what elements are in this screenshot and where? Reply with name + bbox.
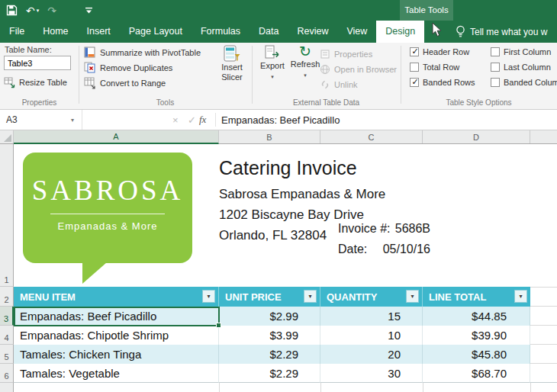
tab-data[interactable]: Data bbox=[250, 21, 288, 43]
cell-e6[interactable] bbox=[530, 364, 557, 383]
logo-name: SABROSA bbox=[23, 174, 192, 207]
insert-slicer-icon bbox=[223, 44, 241, 63]
summarize-with-pivottable-button[interactable]: Summarize with PivotTable bbox=[84, 46, 201, 59]
ribbon: Table Name: Resize Table Properties Summ… bbox=[0, 43, 557, 110]
name-box-chevron-down-icon[interactable]: ▾ bbox=[71, 117, 74, 124]
table-header-unit-price[interactable]: UNIT PRICE ▾ bbox=[219, 287, 320, 307]
cell-a5[interactable]: Tamales: Chicken Tinga bbox=[14, 345, 219, 364]
group-label-properties: Properties bbox=[0, 98, 79, 107]
header-row-checkbox[interactable] bbox=[410, 47, 419, 56]
redo-button[interactable]: ↷ bbox=[47, 5, 56, 16]
column-header-row: A B C D bbox=[0, 130, 557, 144]
formula-input[interactable]: Empanadas: Beef Picadillo bbox=[221, 110, 340, 130]
cell-a6[interactable]: Tamales: Vegetable bbox=[14, 364, 219, 383]
cell-b3[interactable]: $2.99 bbox=[219, 307, 320, 326]
total-row-checkbox[interactable] bbox=[410, 63, 419, 72]
column-header-a[interactable]: A bbox=[14, 130, 219, 144]
cell-c6[interactable]: 30 bbox=[320, 364, 423, 383]
cell-b5[interactable]: $2.29 bbox=[219, 345, 320, 364]
row-header-6[interactable]: 6 bbox=[0, 364, 14, 383]
convert-to-range-icon bbox=[84, 77, 96, 89]
column-header-e[interactable] bbox=[530, 130, 557, 143]
qat-customize-icon bbox=[85, 7, 93, 14]
convert-to-range-button[interactable]: Convert to Range bbox=[84, 76, 166, 90]
tab-design[interactable]: Design bbox=[376, 21, 424, 43]
undo-button[interactable]: ↶ ▾ bbox=[26, 5, 39, 16]
tell-me-box[interactable]: Tell me what you w bbox=[456, 21, 547, 43]
tab-formulas[interactable]: Formulas bbox=[192, 21, 250, 43]
filter-dropdown-icon[interactable]: ▾ bbox=[202, 290, 215, 303]
row-header-4[interactable]: 4 bbox=[0, 326, 14, 345]
checkbox-first-column[interactable]: First Column bbox=[491, 47, 551, 56]
checkbox-banded-rows[interactable]: Banded Rows bbox=[410, 78, 475, 87]
export-icon bbox=[264, 44, 281, 61]
filter-dropdown-icon[interactable]: ▾ bbox=[406, 290, 419, 303]
cell-d4[interactable]: $39.90 bbox=[423, 326, 530, 345]
banded-columns-checkbox[interactable] bbox=[491, 78, 500, 87]
row-header-7[interactable] bbox=[0, 383, 14, 392]
name-box[interactable]: A3 bbox=[0, 110, 82, 130]
select-all-corner[interactable] bbox=[0, 130, 14, 143]
cell-b4[interactable]: $3.99 bbox=[219, 326, 320, 345]
resize-table-button[interactable]: Resize Table bbox=[4, 76, 67, 89]
formula-bar-separator bbox=[215, 113, 216, 127]
chevron-down-icon[interactable]: ▾ bbox=[271, 72, 274, 82]
refresh-button[interactable]: ↻ Refresh ▾ bbox=[288, 44, 323, 80]
row-header-2[interactable]: 2 bbox=[0, 287, 14, 307]
checkbox-last-column[interactable]: Last Column bbox=[491, 63, 551, 72]
tab-home[interactable]: Home bbox=[34, 21, 77, 43]
table-name-input[interactable] bbox=[4, 56, 71, 70]
group-label-tools: Tools bbox=[79, 98, 252, 107]
cell-d6[interactable]: $68.70 bbox=[423, 364, 530, 383]
chevron-down-icon[interactable]: ▾ bbox=[37, 8, 40, 14]
table-row: Empanadas: Chipotle Shrimp $3.99 10 $39.… bbox=[14, 326, 557, 345]
checkbox-header-row[interactable]: Header Row bbox=[410, 47, 469, 56]
cell-a4[interactable]: Empanadas: Chipotle Shrimp bbox=[14, 326, 219, 345]
tab-insert[interactable]: Insert bbox=[78, 21, 120, 43]
table-row: Tamales: Vegetable $2.29 30 $68.70 bbox=[14, 364, 557, 383]
gridline bbox=[530, 383, 531, 392]
tab-page-layout[interactable]: Page Layout bbox=[120, 21, 192, 43]
column-header-b[interactable]: B bbox=[219, 130, 320, 143]
save-button[interactable] bbox=[6, 5, 18, 16]
cell-e5[interactable] bbox=[530, 345, 557, 364]
chevron-down-icon[interactable]: ▾ bbox=[304, 70, 307, 80]
group-label-table-style-options: Table Style Options bbox=[401, 98, 557, 107]
row-header-3[interactable]: 3 bbox=[0, 307, 14, 326]
cell-c4[interactable]: 10 bbox=[320, 326, 423, 345]
checkbox-total-row[interactable]: Total Row bbox=[410, 63, 459, 72]
insert-function-button[interactable]: fx bbox=[199, 110, 206, 130]
cell-e4[interactable] bbox=[530, 326, 557, 345]
row-header-1[interactable]: 1 bbox=[0, 144, 14, 287]
remove-duplicates-button[interactable]: Remove Duplicates bbox=[84, 61, 172, 75]
group-label-external-table-data: External Table Data bbox=[252, 98, 401, 107]
cell-a3[interactable]: Empanadas: Beef Picadillo bbox=[14, 307, 219, 326]
column-header-c[interactable]: C bbox=[320, 130, 423, 143]
cell-c3[interactable]: 15 bbox=[320, 307, 423, 326]
fill-handle[interactable] bbox=[216, 323, 221, 328]
last-column-checkbox[interactable] bbox=[491, 63, 500, 72]
table-header-quantity[interactable]: QUANTITY ▾ bbox=[320, 287, 423, 307]
cell-d3[interactable]: $44.85 bbox=[423, 307, 530, 326]
cell-e2[interactable] bbox=[530, 287, 557, 307]
cell-d5[interactable]: $45.80 bbox=[423, 345, 530, 364]
qat-customize-button[interactable] bbox=[85, 7, 93, 14]
checkbox-banded-columns[interactable]: Banded Colum bbox=[491, 78, 557, 87]
filter-dropdown-icon[interactable]: ▾ bbox=[304, 290, 317, 303]
cell-b6[interactable]: $2.29 bbox=[219, 364, 320, 383]
column-header-d[interactable]: D bbox=[423, 130, 530, 143]
lightbulb-icon bbox=[456, 25, 465, 38]
table-header-menu-item[interactable]: MENU ITEM ▾ bbox=[14, 287, 219, 307]
tab-view[interactable]: View bbox=[337, 21, 376, 43]
tab-review[interactable]: Review bbox=[288, 21, 337, 43]
insert-slicer-button[interactable]: Insert Slicer bbox=[214, 44, 250, 82]
table-header-line-total[interactable]: LINE TOTAL ▾ bbox=[423, 287, 530, 307]
filter-dropdown-icon[interactable]: ▾ bbox=[514, 290, 527, 303]
first-column-checkbox[interactable] bbox=[491, 47, 500, 56]
export-button[interactable]: Export ▾ bbox=[255, 44, 290, 82]
tab-file[interactable]: File bbox=[0, 21, 34, 43]
row-header-5[interactable]: 5 bbox=[0, 345, 14, 364]
cell-c5[interactable]: 20 bbox=[320, 345, 423, 364]
banded-rows-checkbox[interactable] bbox=[410, 78, 419, 87]
cell-e3[interactable] bbox=[530, 307, 557, 326]
